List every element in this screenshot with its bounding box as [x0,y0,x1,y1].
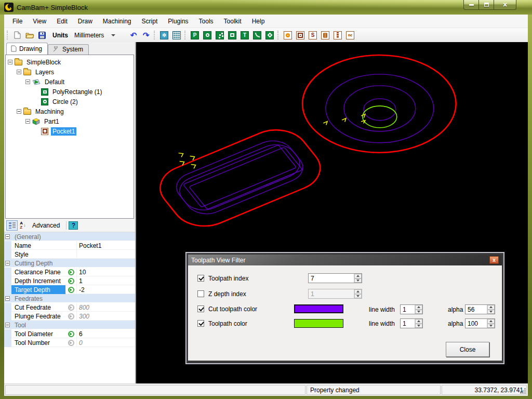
prop-target-depth[interactable]: Target Depth-2 [4,285,135,294]
toolbar-grip[interactable] [154,31,156,39]
spin-up-icon[interactable] [487,319,495,324]
cut-alpha-spinner[interactable]: 56 [465,304,495,314]
categorized-view-button[interactable] [6,220,18,231]
resize-grip[interactable] [524,392,526,394]
pocket-mop-button[interactable] [295,30,306,41]
prop-tool-number[interactable]: Tool Number0 [4,338,135,347]
toolbar-grip[interactable] [277,31,280,39]
toolpath-color-checkbox[interactable] [197,320,204,327]
spin-down-icon[interactable] [487,324,495,328]
toolpath-color-swatch[interactable] [294,319,343,328]
menu-toolkit[interactable]: Toolkit [219,16,247,27]
toolpath-view-filter-dialog[interactable]: Toolpath View Filter x Toolpath index 7 … [186,252,504,364]
cut-toolpath-color-checkbox[interactable] [197,305,204,312]
prop-cut-feedrate[interactable]: Cut Feedrate800 [4,303,135,312]
save-button[interactable] [36,30,48,41]
engrave-mop-button[interactable]: S [307,30,318,41]
draw-circle-button[interactable] [202,30,213,41]
dialog-close-button[interactable]: x [489,256,499,264]
dialog-close-action-button[interactable]: Close [446,342,489,357]
category-tool[interactable]: Tool [4,321,135,329]
dialog-title-bar[interactable]: Toolpath View Filter x [188,255,502,265]
tab-system[interactable]: System [48,44,89,55]
units-combobox[interactable]: Millimeters [71,31,127,40]
advanced-button[interactable]: Advanced [32,222,60,229]
spin-down-icon[interactable] [415,310,422,314]
spin-down-icon[interactable] [354,278,362,283]
cut-toolpath-color-swatch[interactable] [294,304,343,313]
toolpath-index-spinner[interactable]: 7 [308,273,362,283]
menu-draw[interactable]: Draw [73,16,98,27]
minimize-button[interactable] [463,0,479,10]
spin-down-icon[interactable] [415,324,422,328]
spin-up-icon[interactable] [487,305,495,310]
lathe-mop-button[interactable] [332,30,343,41]
menu-view[interactable]: View [28,16,51,27]
title-bar[interactable]: CamBam+ SimpleBlock × [0,0,532,15]
spin-up-icon[interactable] [415,305,422,310]
prop-name[interactable]: NamePocket1 [4,241,135,250]
category-cutting-depth[interactable]: Cutting Depth [4,259,135,268]
prop-plunge-feedrate[interactable]: Plunge Feedrate300 [4,312,135,321]
toolpath-line-width-spinner[interactable]: 1 [400,318,423,328]
collapse-icon[interactable] [5,323,10,327]
prop-depth-increment[interactable]: Depth Increment1 [4,276,135,285]
spin-down-icon[interactable] [487,310,495,314]
prop-style[interactable]: Style [4,250,135,259]
draw-surface-button[interactable] [251,30,263,41]
undo-button[interactable]: ↶ [128,30,139,41]
cut-line-width-spinner[interactable]: 1 [400,304,423,314]
tree-node-machining[interactable]: Machining [6,107,134,116]
collapse-icon[interactable] [5,234,10,239]
spin-up-icon[interactable] [415,319,422,324]
draw-rectangle-button[interactable] [227,30,238,41]
tree-node-layers[interactable]: Layers [6,67,134,77]
menu-file[interactable]: File [7,16,28,27]
category-general[interactable]: (General) [4,232,135,241]
prop-tool-diameter[interactable]: Tool Diameter6 [4,329,135,338]
prop-clearance-plane[interactable]: Clearance Plane10 [4,268,135,276]
toolbar-grip[interactable] [7,31,9,39]
tree-node-simpleblock[interactable]: SimpleBlock [6,57,134,67]
collapse-icon[interactable] [17,109,21,114]
snap-points-button[interactable]: ✲ [158,30,170,41]
collapse-icon[interactable] [5,261,10,265]
menu-edit[interactable]: Edit [51,16,73,27]
menu-help[interactable]: Help [247,16,270,27]
toolpath-index-checkbox[interactable] [197,275,204,282]
menu-plugins[interactable]: Plugins [163,16,193,27]
collapse-icon[interactable] [5,296,10,301]
tree-node-polyrectangle[interactable]: PolyRectangle (1) [6,87,134,97]
redo-button[interactable]: ↷ [140,30,152,41]
toolbar-grip[interactable] [184,31,187,39]
drawing-tree[interactable]: SimpleBlock Layers Default [5,55,134,219]
help-button[interactable]: ? [69,221,78,230]
draw-text-button[interactable]: T [239,30,250,41]
draw-solid-button[interactable] [264,30,275,41]
draw-polyline-button[interactable]: P [189,30,201,41]
toolpath-alpha-spinner[interactable]: 100 [465,318,495,328]
new-file-button[interactable] [11,30,23,41]
z-depth-index-checkbox[interactable] [197,290,204,297]
open-file-button[interactable] [24,30,35,41]
category-feedrates[interactable]: Feedrates [4,294,135,303]
collapse-icon[interactable] [25,79,30,84]
drill-mop-button[interactable] [320,30,331,41]
spin-up-icon[interactable] [354,274,362,278]
menu-script[interactable]: Script [137,16,163,27]
close-button[interactable]: × [494,0,516,10]
tree-node-part1[interactable]: Part1 [6,116,134,126]
snap-grid-button[interactable] [171,30,182,41]
tree-node-circle[interactable]: Circle (2) [6,97,134,107]
gcode-button[interactable]: nc [344,30,356,41]
collapse-icon[interactable] [17,70,21,74]
collapse-icon[interactable] [25,119,30,124]
alphabetical-sort-button[interactable]: AZ↓ [18,220,29,231]
collapse-icon[interactable] [8,60,12,64]
draw-points-button[interactable] [214,30,225,41]
maximize-button[interactable] [478,0,494,10]
tab-drawing[interactable]: Drawing [6,43,48,55]
tree-node-pocket1[interactable]: Pocket1 [6,126,134,136]
menu-machining[interactable]: Machining [98,16,137,27]
tree-node-default-layer[interactable]: Default [6,77,134,87]
